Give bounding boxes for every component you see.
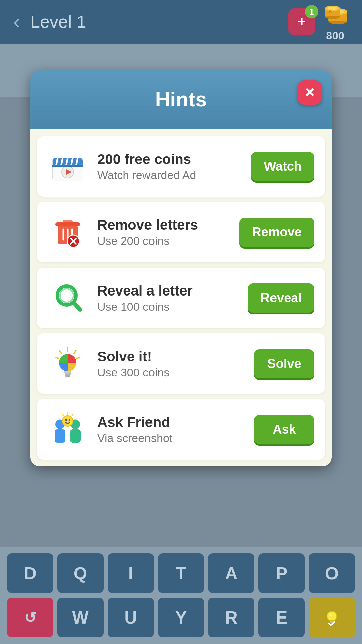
keyboard-area: D Q I T A P O ↺ W U Y R E — [0, 547, 362, 644]
svg-line-36 — [59, 351, 61, 353]
reveal-hint-title: Reveal a letter — [97, 283, 238, 299]
svg-point-48 — [65, 419, 67, 421]
back-button[interactable]: ‹ — [13, 12, 20, 32]
ask-hint-subtitle: Via screenshot — [97, 432, 245, 445]
svg-line-52 — [62, 414, 63, 416]
hint-row-reveal: Reveal a letter Use 100 coins Reveal — [37, 268, 325, 328]
keyboard-row-1: D Q I T A P O — [5, 553, 357, 593]
hint-row-solve: Solve it! Use 300 coins Solve — [37, 333, 325, 394]
svg-line-35 — [74, 351, 76, 353]
remove-button[interactable]: Remove — [239, 218, 314, 247]
key-P[interactable]: P — [258, 553, 305, 593]
remove-hint-subtitle: Use 200 coins — [97, 234, 230, 248]
close-button[interactable]: ✕ — [298, 80, 322, 105]
key-Y[interactable]: Y — [158, 598, 204, 637]
solve-icon — [48, 343, 88, 384]
key-Q[interactable]: Q — [57, 553, 104, 593]
modal-title: Hints — [155, 88, 207, 111]
svg-rect-46 — [70, 429, 81, 443]
svg-line-33 — [73, 302, 80, 310]
svg-point-58 — [330, 614, 331, 616]
modal-body: 200 free coins Watch rewarded Ad Watch — [30, 129, 332, 466]
reveal-icon — [48, 278, 88, 318]
svg-point-55 — [327, 611, 337, 621]
key-I[interactable]: I — [108, 553, 154, 593]
svg-line-38 — [56, 357, 59, 359]
solve-hint-text: Solve it! Use 300 coins — [97, 348, 245, 379]
svg-line-53 — [75, 419, 76, 420]
hint-row-remove: Remove letters Use 200 coins Remove — [37, 202, 325, 262]
solve-hint-title: Solve it! — [97, 348, 245, 365]
solve-hint-subtitle: Use 300 coins — [97, 366, 245, 379]
svg-point-32 — [60, 289, 73, 302]
reveal-button[interactable]: Reveal — [248, 283, 314, 313]
ask-icon — [48, 409, 88, 449]
watch-hint-text: 200 free coins Watch rewarded Ad — [97, 151, 242, 182]
hint-row-watch: 200 free coins Watch rewarded Ad Watch — [37, 136, 325, 197]
svg-rect-27 — [63, 220, 73, 224]
notification-badge: 1 — [305, 5, 318, 18]
ask-button[interactable]: Ask — [254, 415, 314, 444]
reveal-hint-subtitle: Use 100 coins — [97, 300, 238, 313]
key-O[interactable]: O — [309, 553, 355, 593]
coins-count: 800 — [326, 30, 344, 42]
hint-row-ask: Ask Friend Via screenshot Ask — [37, 399, 325, 460]
remove-icon — [48, 212, 88, 252]
svg-text:€: € — [329, 9, 332, 14]
top-bar: ‹ Level 1 + 1 € — [0, 0, 362, 44]
hints-modal: Hints ✕ — [30, 70, 332, 466]
add-button-wrap: + 1 — [288, 8, 315, 35]
coins-display: € 800 — [322, 2, 349, 42]
modal-header: Hints ✕ — [30, 70, 332, 129]
svg-rect-44 — [55, 429, 65, 443]
svg-line-37 — [77, 357, 79, 359]
key-A[interactable]: A — [208, 553, 254, 593]
svg-rect-21 — [52, 165, 83, 167]
watch-hint-subtitle: Watch rewarded Ad — [97, 169, 242, 182]
svg-line-51 — [72, 414, 73, 416]
watch-hint-title: 200 free coins — [97, 151, 242, 167]
key-U[interactable]: U — [108, 598, 154, 637]
hint-lightbulb-button[interactable] — [309, 598, 355, 637]
remove-hint-title: Remove letters — [97, 217, 230, 233]
close-icon: ✕ — [304, 86, 315, 99]
key-W[interactable]: W — [57, 598, 104, 637]
svg-point-49 — [69, 419, 70, 421]
keyboard-row-2: ↺ W U Y R E — [5, 598, 357, 637]
svg-point-47 — [62, 416, 73, 426]
key-T[interactable]: T — [158, 553, 204, 593]
ask-hint-title: Ask Friend — [97, 414, 245, 430]
key-D[interactable]: D — [7, 553, 53, 593]
key-R[interactable]: R — [208, 598, 254, 637]
refresh-button[interactable]: ↺ — [7, 598, 53, 637]
remove-hint-text: Remove letters Use 200 coins — [97, 217, 230, 248]
key-E[interactable]: E — [258, 598, 305, 637]
level-title: Level 1 — [30, 12, 86, 32]
coins-icon: € — [322, 2, 349, 28]
top-right-controls: + 1 € 800 — [288, 2, 349, 42]
svg-rect-42 — [65, 375, 70, 377]
reveal-hint-text: Reveal a letter Use 100 coins — [97, 283, 238, 313]
watch-button[interactable]: Watch — [251, 152, 314, 181]
ask-hint-text: Ask Friend Via screenshot — [97, 414, 245, 445]
svg-line-54 — [59, 419, 61, 420]
solve-button[interactable]: Solve — [254, 349, 314, 378]
watch-icon — [48, 146, 88, 186]
